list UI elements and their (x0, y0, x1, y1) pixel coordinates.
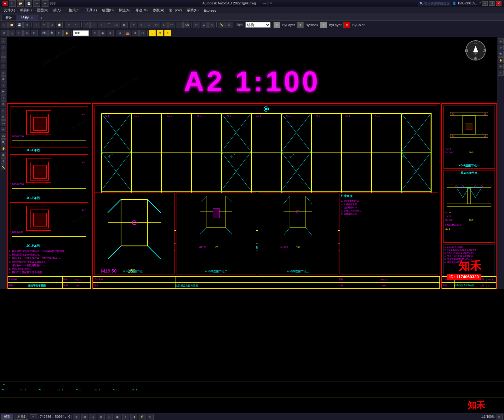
close-btn[interactable]: ✕ (496, 1, 501, 6)
menu-help[interactable]: 帮助(H) (184, 7, 201, 13)
new-btn[interactable]: □ (9, 0, 16, 7)
lt-layer[interactable]: ☰ (1, 152, 6, 158)
undo-btn[interactable]: ↩ (33, 0, 40, 7)
tb-offset[interactable]: ⊟ (161, 22, 168, 28)
tb-move[interactable]: ✛ (130, 22, 137, 28)
canvas-area[interactable]: 知禾网www.znzmo.com 知禾网www.znzmo.com 知禾网www… (7, 37, 497, 289)
menu-edit[interactable]: 编辑(E) (18, 7, 34, 13)
tb-erase[interactable]: ⌫ (183, 22, 190, 28)
tb2-osnap[interactable]: △ (8, 30, 15, 36)
lt-circle[interactable]: ○ (1, 57, 6, 63)
tb-paste[interactable]: 📋 (56, 22, 63, 28)
tb-color2[interactable]: ■ (297, 22, 304, 28)
lt-pan[interactable]: ✋ (1, 146, 6, 151)
tb2-grip[interactable]: □ (16, 30, 23, 36)
tb-save[interactable]: 💾 (16, 22, 23, 28)
tb2-ortho[interactable]: ⊞ (31, 30, 38, 36)
tb-redo[interactable]: ↪ (73, 22, 80, 28)
scale-input[interactable] (73, 30, 89, 36)
lt-copy[interactable]: ⧉ (1, 101, 6, 107)
tb-dist[interactable]: 📏 (218, 22, 225, 28)
layer-select[interactable]: 结构 (245, 22, 271, 28)
tb-trim[interactable]: ✂ (168, 22, 175, 28)
tb2-light[interactable]: 💡 (149, 30, 156, 36)
status-dyn[interactable]: ▣ (114, 414, 121, 420)
open-btn[interactable]: 📂 (17, 0, 24, 7)
tb2-insert[interactable]: ⊞ (92, 30, 99, 36)
tb-scale[interactable]: ⊡ (146, 22, 152, 28)
tb-text[interactable]: A (208, 22, 215, 28)
lt-text[interactable]: A (1, 83, 6, 88)
tab-add-btn[interactable]: + (38, 15, 44, 20)
tab-structure[interactable]: 结构* ✕ (17, 15, 37, 20)
menu-insert[interactable]: 插入(I) (51, 7, 66, 13)
menu-dim[interactable]: 标注(N) (116, 7, 133, 13)
tb-cut[interactable]: ✂ (41, 22, 48, 28)
help-icon[interactable]: ? (479, 2, 481, 5)
tb2-view[interactable]: 👁 (132, 30, 139, 36)
tb2-pub[interactable]: 📤 (124, 30, 131, 36)
tb-layer[interactable]: ☰ (226, 22, 232, 28)
status-tab-layout1[interactable]: 布局1 (14, 414, 28, 420)
maximize-btn[interactable]: □ (489, 1, 495, 6)
status-grid[interactable]: ⊞ (81, 414, 88, 420)
tb-dim-angle[interactable]: ∠ (201, 22, 208, 28)
menu-modify[interactable]: 修改(M) (133, 7, 150, 13)
rt-pan[interactable]: ✋ (498, 57, 504, 63)
lt-arc[interactable]: ⌒ (1, 64, 6, 69)
lt-move[interactable]: ✛ (1, 95, 6, 101)
lt-select[interactable]: ↖ (1, 38, 6, 44)
tb2-block[interactable]: ▣ (99, 30, 106, 36)
tb2-pan[interactable]: ✋ (63, 30, 70, 36)
lt-hatch[interactable]: ▦ (1, 76, 6, 82)
tb2-plot[interactable]: 🖨 (117, 30, 123, 36)
tb2-3d[interactable]: ⬡ (139, 30, 146, 36)
status-polar[interactable]: ⊗ (98, 414, 105, 420)
menu-view[interactable]: 视图(V) (34, 7, 51, 13)
lt-line[interactable]: ╱ (1, 45, 6, 50)
tb2-render[interactable]: ⊙ (157, 30, 163, 36)
lt-erase[interactable]: ⌫ (1, 133, 6, 139)
tb-arc[interactable]: ⌒ (106, 22, 112, 28)
tb-pline[interactable]: ⌐ (90, 22, 97, 28)
rt-orbit[interactable]: ↻ (498, 45, 504, 50)
status-settings[interactable]: ⚙ (496, 414, 503, 420)
status-sel[interactable]: ↻ (147, 414, 154, 420)
tb-print[interactable]: 🖨 (23, 22, 30, 28)
status-lweight[interactable]: ≡ (122, 414, 129, 420)
tb-undo[interactable]: ↩ (66, 22, 72, 28)
tb-new[interactable]: □ (1, 22, 8, 28)
lt-scale[interactable]: ⊡ (1, 114, 6, 120)
lt-rect[interactable]: ▭ (1, 70, 6, 76)
lt-rotate[interactable]: ↻ (1, 108, 6, 113)
tb-color1[interactable]: ■ (273, 22, 280, 28)
tb-color3[interactable]: ■ (320, 22, 327, 28)
tb-color4[interactable]: ■ (343, 22, 350, 28)
tb-open[interactable]: 📁 (8, 22, 15, 28)
lt-zoom[interactable]: 🔍 (1, 139, 6, 145)
status-osnap[interactable]: △ (106, 414, 113, 420)
search-placeholder[interactable]: 输入关键字或短语 (424, 1, 450, 6)
lt-mirror[interactable]: ⟺ (1, 120, 6, 126)
tb-copy[interactable]: ⧉ (48, 22, 55, 28)
status-tp[interactable]: ◑ (130, 414, 137, 420)
status-ortho[interactable]: ⊟ (89, 414, 96, 420)
lt-measure[interactable]: 📏 (1, 164, 6, 170)
lt-trim[interactable]: ✂ (1, 127, 6, 132)
menu-window[interactable]: 窗口(W) (167, 7, 184, 13)
autocad-icon[interactable]: A (3, 1, 8, 6)
lt-pline[interactable]: ⌐ (1, 51, 6, 57)
menu-express[interactable]: Express (201, 8, 219, 13)
tb-extend[interactable]: → (176, 22, 183, 28)
status-tab-add[interactable]: + (30, 414, 37, 419)
tb-match[interactable]: ▪ (33, 22, 40, 28)
tab-close-icon[interactable]: ✕ (31, 16, 33, 20)
tb-dim-linear[interactable]: ⊢ (193, 22, 200, 28)
redo-btn[interactable]: ↪ (42, 0, 49, 7)
tb-rotate[interactable]: ↻ (138, 22, 145, 28)
tb-mirror[interactable]: ⟺ (153, 22, 160, 28)
minimize-btn[interactable]: ─ (482, 1, 488, 6)
save-btn[interactable]: 💾 (25, 0, 32, 7)
tb-line[interactable]: ╱ (83, 22, 90, 28)
tb2-zoom-all[interactable]: ⊡ (56, 30, 63, 36)
